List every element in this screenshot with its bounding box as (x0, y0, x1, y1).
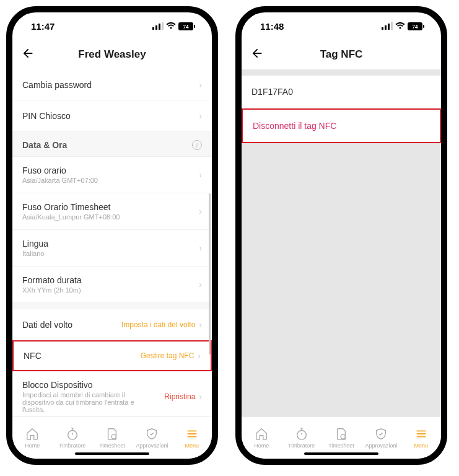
row-label: PIN Chiosco (22, 111, 71, 121)
shield-check-icon (145, 427, 159, 441)
svg-rect-10 (385, 25, 387, 30)
tab-label: Timbratore (59, 443, 85, 449)
svg-rect-5 (194, 25, 195, 28)
svg-text:74: 74 (183, 24, 190, 30)
chevron-right-icon: › (199, 170, 202, 180)
document-icon (105, 427, 119, 441)
row-dati-volto[interactable]: Dati del volto Imposta i dati del volto … (12, 309, 212, 340)
row-change-password[interactable]: Cambia password › (12, 69, 212, 100)
shield-check-icon (374, 427, 388, 441)
svg-rect-14 (423, 25, 424, 28)
home-icon (25, 427, 39, 441)
svg-rect-12 (391, 22, 393, 30)
row-label: Fuso Orario Timesheet (22, 202, 120, 212)
disconnect-nfc-button[interactable]: Disconnetti il tag NFC (242, 108, 441, 143)
svg-rect-3 (162, 22, 164, 30)
battery-icon: 74 (178, 22, 196, 30)
tab-home[interactable]: Home (242, 417, 281, 459)
row-lingua[interactable]: Lingua Italiano › (12, 230, 212, 267)
page-title: Fred Weasley (12, 48, 212, 61)
header: Fred Weasley (12, 40, 212, 69)
status-time: 11:48 (260, 21, 284, 32)
tab-label: Menu (185, 443, 199, 449)
chevron-right-icon: › (199, 243, 202, 253)
battery-icon: 74 (408, 22, 425, 30)
settings-list[interactable]: Cambia password › PIN Chiosco › Data & O… (12, 69, 212, 416)
svg-rect-2 (159, 24, 160, 30)
info-icon[interactable]: i (192, 140, 202, 150)
phone-right: 11:48 74 Tag NFC D1F17FA0 Disconnetti il… (235, 6, 447, 465)
tab-label: Menu (414, 443, 429, 449)
menu-icon (414, 427, 428, 441)
svg-point-16 (297, 431, 306, 440)
header: Tag NFC (242, 40, 441, 69)
status-bar: 11:48 74 (242, 12, 441, 40)
chevron-right-icon: › (199, 392, 202, 402)
chevron-right-icon: › (199, 280, 202, 289)
row-formato-durata[interactable]: Formato durata XXh YYm (2h 10m) › (12, 267, 212, 303)
signal-icon (152, 22, 164, 30)
section-data-ora: Data & Ora i (12, 131, 212, 157)
wifi-icon (166, 22, 176, 30)
tab-menu[interactable]: Menu (172, 417, 212, 459)
tab-label: Home (25, 443, 40, 449)
row-action: Gestire tag NFC (141, 351, 195, 360)
home-indicator[interactable] (75, 452, 149, 455)
status-right: 74 (382, 22, 425, 30)
svg-point-17 (341, 434, 345, 439)
row-sub: XXh YYm (2h 10m) (22, 286, 82, 294)
row-sub: Asia/Kuala_Lumpur GMT+08:00 (22, 213, 120, 221)
back-icon[interactable] (250, 46, 264, 63)
row-nfc[interactable]: NFC Gestire tag NFC › (12, 340, 212, 371)
status-bar: 11:47 74 (12, 12, 212, 40)
stopwatch-icon (295, 427, 308, 441)
chevron-right-icon: › (199, 206, 202, 216)
row-label: Fuso orario (22, 165, 98, 175)
tab-label: Approvazioni (136, 443, 168, 449)
phone-left: 11:47 74 Fred Weasley Cambia password › … (6, 6, 218, 465)
nfc-id-value: D1F17FA0 (251, 87, 293, 97)
row-label: Dati del volto (22, 320, 72, 330)
stopwatch-icon (66, 427, 79, 441)
section-label: Data & Ora (22, 140, 67, 150)
back-icon[interactable] (21, 46, 35, 63)
home-indicator[interactable] (304, 452, 378, 455)
tab-label: Timbratore (288, 443, 315, 449)
tab-home[interactable]: Home (12, 417, 52, 459)
svg-rect-0 (152, 27, 154, 30)
nfc-id-row: D1F17FA0 (242, 76, 441, 108)
scrollbar[interactable] (209, 193, 211, 355)
tab-label: Home (254, 443, 269, 449)
row-pin-kiosk[interactable]: PIN Chiosco › (12, 100, 212, 131)
status-right: 74 (152, 22, 196, 30)
chevron-right-icon: › (199, 111, 202, 121)
row-sub: Asia/Jakarta GMT+07:00 (22, 177, 98, 184)
row-label: Lingua (22, 239, 48, 249)
section-gap (12, 303, 212, 309)
row-label: NFC (24, 351, 42, 361)
tab-label: Approvazioni (365, 443, 397, 449)
row-sub: Italiano (22, 250, 48, 257)
row-fuso-orario[interactable]: Fuso orario Asia/Jakarta GMT+07:00 › (12, 157, 212, 193)
menu-icon (185, 427, 199, 441)
svg-text:74: 74 (413, 24, 419, 30)
status-time: 11:47 (31, 21, 55, 32)
row-label: Formato durata (22, 275, 82, 285)
wifi-icon (395, 22, 405, 30)
home-icon (255, 427, 268, 441)
row-blocco-dispositivo[interactable]: Blocco Dispositivo Impedisci ai membri d… (12, 371, 212, 416)
chevron-right-icon: › (198, 351, 201, 361)
svg-rect-9 (382, 27, 383, 30)
chevron-right-icon: › (199, 320, 202, 330)
row-label: Blocco Dispositivo (22, 380, 146, 390)
tab-menu[interactable]: Menu (401, 417, 441, 459)
svg-rect-11 (388, 24, 390, 30)
row-action: Ripristina (164, 392, 195, 401)
row-action: Imposta i dati del volto (121, 320, 195, 329)
svg-point-8 (111, 434, 116, 439)
svg-rect-1 (155, 25, 157, 30)
nfc-content: D1F17FA0 Disconnetti il tag NFC (242, 69, 441, 416)
row-fuso-timesheet[interactable]: Fuso Orario Timesheet Asia/Kuala_Lumpur … (12, 193, 212, 230)
tab-label: Timesheet (328, 443, 354, 449)
tab-label: Timesheet (99, 443, 125, 449)
